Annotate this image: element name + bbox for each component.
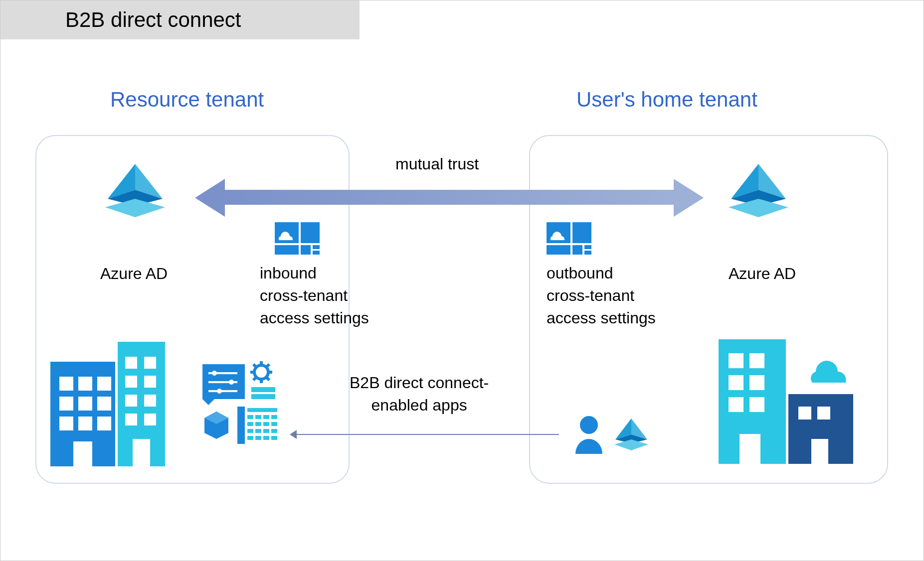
user-to-apps-arrow	[295, 434, 559, 435]
svg-rect-13	[313, 251, 320, 255]
svg-rect-91	[749, 397, 764, 412]
svg-rect-33	[144, 357, 156, 369]
svg-marker-42	[202, 399, 214, 405]
svg-rect-75	[271, 429, 277, 433]
svg-rect-63	[247, 408, 277, 412]
svg-rect-79	[271, 436, 277, 440]
home-tenant-label: User's home tenant	[576, 88, 757, 112]
svg-rect-35	[144, 376, 156, 388]
svg-marker-84	[614, 439, 648, 450]
svg-rect-72	[247, 429, 253, 433]
svg-rect-71	[271, 422, 277, 426]
svg-line-55	[266, 377, 269, 380]
cross-tenant-settings-icon	[275, 222, 320, 255]
svg-rect-87	[749, 353, 764, 368]
svg-point-44	[212, 371, 217, 376]
svg-rect-15	[572, 222, 591, 243]
settings-line: access settings	[547, 309, 656, 327]
svg-rect-34	[125, 376, 137, 388]
cross-tenant-settings-icon	[547, 222, 591, 255]
svg-rect-39	[144, 414, 156, 425]
svg-rect-22	[78, 377, 92, 391]
inbound-settings-text: inbound cross-tenant access settings	[260, 262, 369, 329]
svg-line-57	[253, 377, 256, 380]
svg-rect-26	[97, 397, 111, 411]
arrow-head-icon	[290, 430, 297, 439]
outbound-settings-text: outbound cross-tenant access settings	[547, 262, 656, 329]
mutual-trust-label: mutual trust	[395, 155, 479, 173]
svg-marker-3	[105, 199, 165, 217]
svg-rect-69	[255, 422, 261, 426]
svg-line-54	[253, 364, 256, 367]
svg-rect-77	[255, 436, 261, 440]
svg-rect-16	[547, 245, 570, 255]
azure-ad-pyramid-small-icon	[611, 417, 651, 451]
svg-rect-68	[247, 422, 253, 426]
svg-rect-37	[144, 395, 156, 407]
settings-line: access settings	[260, 309, 369, 327]
page-title: B2B direct connect	[65, 8, 241, 32]
svg-rect-74	[263, 429, 269, 433]
svg-rect-64	[247, 415, 253, 419]
settings-line: cross-tenant	[547, 286, 634, 304]
arrow-left-head-icon	[195, 179, 225, 217]
resource-tenant-label: Resource tenant	[110, 88, 264, 112]
azure-ad-label-right: Azure AD	[729, 265, 796, 283]
svg-rect-78	[263, 436, 269, 440]
svg-rect-73	[255, 429, 261, 433]
svg-rect-27	[59, 417, 73, 430]
svg-rect-88	[729, 375, 743, 390]
page-title-banner: B2B direct connect	[0, 0, 360, 39]
settings-line: inbound	[260, 264, 317, 282]
svg-point-48	[217, 389, 222, 394]
azure-ad-pyramid-icon	[100, 160, 170, 220]
svg-rect-25	[78, 397, 92, 411]
apps-label-line: enabled apps	[371, 396, 467, 414]
svg-rect-59	[251, 394, 275, 399]
apps-label: B2B direct connect- enabled apps	[350, 372, 489, 417]
svg-marker-7	[729, 199, 788, 217]
svg-rect-86	[729, 353, 743, 368]
svg-rect-17	[572, 245, 582, 255]
svg-rect-58	[251, 387, 275, 392]
svg-rect-62	[237, 407, 245, 444]
mutual-trust-arrow	[225, 190, 674, 205]
azure-ad-pyramid-icon	[724, 160, 793, 220]
arrow-right-head-icon	[674, 179, 704, 217]
org-buildings-icon	[50, 342, 165, 466]
svg-rect-19	[584, 251, 591, 255]
svg-rect-36	[125, 395, 137, 407]
apps-label-line: B2B direct connect-	[350, 374, 489, 392]
svg-point-80	[580, 416, 598, 434]
svg-rect-11	[301, 245, 311, 255]
svg-line-56	[266, 364, 269, 367]
svg-rect-9	[301, 222, 320, 243]
svg-rect-12	[313, 245, 320, 249]
svg-rect-95	[817, 407, 830, 420]
svg-rect-92	[739, 434, 760, 464]
user-person-icon	[571, 414, 606, 454]
svg-point-49	[254, 365, 268, 379]
svg-rect-32	[125, 357, 137, 369]
svg-rect-65	[255, 415, 261, 419]
svg-rect-70	[263, 422, 269, 426]
settings-line: cross-tenant	[260, 286, 348, 304]
svg-rect-67	[271, 415, 277, 419]
svg-rect-94	[798, 407, 811, 420]
svg-rect-18	[584, 245, 591, 249]
azure-ad-label-left: Azure AD	[100, 265, 168, 283]
apps-configuration-icon	[202, 359, 292, 444]
svg-rect-10	[275, 245, 299, 255]
svg-rect-30	[73, 441, 92, 466]
org-buildings-cloud-icon	[704, 339, 873, 464]
svg-rect-76	[247, 436, 253, 440]
svg-rect-29	[97, 417, 111, 430]
svg-rect-38	[125, 414, 137, 425]
settings-line: outbound	[547, 264, 613, 282]
svg-rect-89	[749, 375, 764, 390]
svg-rect-66	[263, 415, 269, 419]
svg-point-46	[229, 380, 234, 385]
svg-rect-28	[78, 417, 92, 430]
svg-rect-90	[729, 397, 743, 412]
svg-rect-24	[59, 397, 73, 411]
